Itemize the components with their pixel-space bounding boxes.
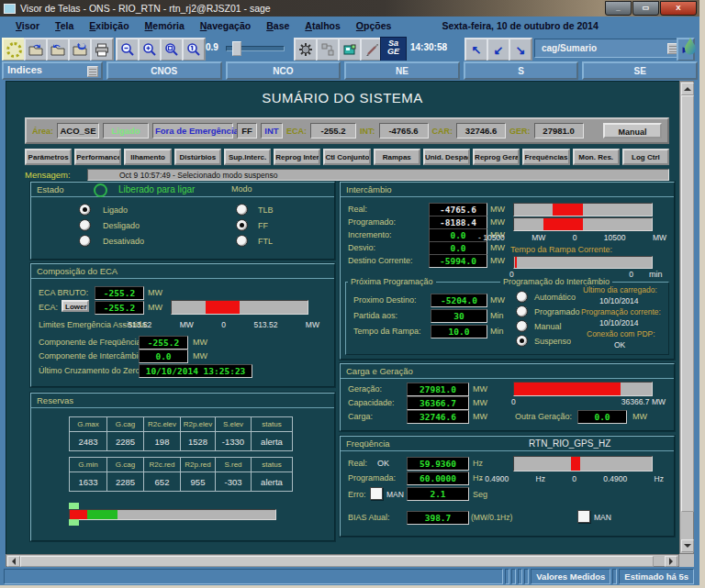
panel-reservas: Reservas G.max G.cag R2c.elev R2p.elev S… [30, 393, 335, 541]
nav-parametros[interactable]: Parâmetros [25, 149, 72, 165]
capacidade-label: Capacidade: [348, 398, 395, 407]
nav-unid-despacho[interactable]: Unid. Despacho [423, 149, 470, 165]
radio-ftl-label: FTL [258, 237, 273, 246]
radio-manual[interactable] [516, 320, 528, 332]
radio-ff[interactable] [236, 219, 248, 231]
real-bar-segment [553, 204, 583, 216]
radio-ligado[interactable] [79, 204, 91, 216]
menu-tela[interactable]: Tela [55, 20, 73, 31]
settings-button[interactable] [294, 38, 318, 61]
print-button[interactable] [90, 38, 114, 61]
zoom-one-button[interactable] [182, 38, 206, 61]
panel-frequencia: Freqüência RTN_RIO_GPS_HZ Real: OK 59.93… [340, 436, 675, 537]
detach-button[interactable] [316, 38, 340, 61]
ultimo-dia-value: 10/10/2014 [599, 296, 639, 305]
zoom-slider[interactable] [226, 46, 285, 51]
reload-screen-button[interactable] [68, 38, 92, 61]
real-unit: MW [490, 205, 505, 214]
tab-se[interactable]: SE [582, 61, 698, 80]
radio-suspenso[interactable] [516, 335, 528, 347]
tab-s[interactable]: S [464, 61, 579, 80]
erro-man-checkbox[interactable] [370, 487, 383, 500]
console-button[interactable] [338, 38, 362, 61]
indices-dropdown-icon[interactable] [87, 66, 98, 77]
nav-ctl-conjunto[interactable]: Ctl Conjunto [323, 149, 370, 165]
title-bar[interactable]: Visor de Telas - ONS - RIO_RTN - rtn_rj2… [0, 0, 699, 17]
erro-value: 2.1 [407, 487, 469, 501]
manual-button[interactable]: Manual [603, 123, 662, 139]
nav-rampas[interactable]: Rampas [374, 149, 420, 165]
menu-visor[interactable]: Visor [16, 20, 39, 31]
menu-exibicao[interactable]: Exibição [89, 20, 129, 31]
scroll-left-button[interactable] [7, 556, 20, 567]
radio-tlb[interactable] [236, 204, 248, 216]
horizontal-scrollbar[interactable] [6, 554, 679, 567]
maximize-button[interactable]: ▭ [632, 1, 659, 16]
window-icon [4, 4, 16, 14]
menu-opcoes[interactable]: Opções [356, 20, 392, 31]
intercambio-scale: - 10500 MW 0 10500 MW [478, 233, 666, 242]
console-icon [342, 43, 357, 57]
radio-programado[interactable] [516, 305, 528, 317]
indices-dropdown[interactable]: Indices [2, 61, 103, 80]
screen-selector-combo[interactable]: cag/Sumario [534, 39, 682, 58]
reserve-bar-red [70, 510, 87, 519]
zoom-slider-thumb[interactable] [232, 41, 241, 56]
menu-navegacao[interactable]: Navegação [200, 20, 251, 31]
nav-down-left-button[interactable]: ↙ [487, 38, 510, 61]
tab-ne[interactable]: NE [344, 61, 460, 80]
nav-reprog-geracao[interactable]: Reprog Geração [473, 149, 520, 165]
menu-atalhos[interactable]: Atalhos [305, 20, 341, 31]
zoom-fit-icon [164, 42, 179, 57]
nav-down-right-button[interactable]: ↘ [509, 38, 532, 61]
scroll-down-button[interactable] [681, 539, 694, 552]
nav-corner-button[interactable]: ↖ [464, 38, 488, 61]
nav-ilhamento[interactable]: Ilhamento [124, 149, 171, 165]
horizontal-scroll-thumb[interactable] [20, 556, 654, 567]
nav-button-row: Parâmetros Performance Ilhamento Distúrb… [25, 149, 669, 165]
radio-ftl[interactable] [236, 235, 248, 247]
vertical-scrollbar[interactable] [679, 81, 694, 554]
zoom-fit-button[interactable] [160, 38, 184, 61]
car-label: CAR: [432, 127, 453, 136]
nav-performance[interactable]: Performance [74, 149, 121, 165]
nav-sup-interc[interactable]: Sup.Interc. [224, 149, 271, 165]
tab-cnos[interactable]: CNOS [106, 61, 222, 80]
geracao-value: 27981.0 [407, 383, 469, 396]
zoom-out-button[interactable] [116, 38, 140, 61]
nav-frequencias[interactable]: Frequências [522, 149, 569, 165]
previous-screen-button[interactable] [46, 38, 70, 61]
bias-man-label: MAN [594, 513, 611, 522]
zoom-in-button[interactable] [138, 38, 162, 61]
menu-memoria[interactable]: Memória [145, 20, 185, 31]
capacidade-unit: MW [473, 398, 487, 407]
eca-value: -255.2 [310, 123, 356, 139]
prog-bar-segment [543, 218, 584, 230]
scroll-right-button[interactable] [665, 556, 677, 567]
radio-automatico[interactable] [516, 291, 528, 303]
radio-desligado-label: Desligado [103, 221, 140, 230]
estado-release-text: Liberado para ligar [118, 184, 195, 194]
close-button[interactable]: X [660, 1, 697, 16]
active-tool-button[interactable] [2, 38, 26, 61]
minimize-button[interactable]: _ [605, 1, 632, 16]
open-screen-button[interactable] [24, 38, 48, 61]
programacao-subpanel: Próxima Programação Programação do Inter… [345, 282, 669, 355]
scroll-up-icon [684, 83, 691, 91]
lower-button[interactable]: Lower [62, 300, 89, 312]
nav-reprog-interc[interactable]: Reprog Interc. [274, 149, 320, 165]
radio-desativado[interactable] [79, 235, 91, 247]
radio-desligado[interactable] [79, 219, 91, 231]
nav-disturbios[interactable]: Distúrbios [174, 149, 221, 165]
tab-nco[interactable]: NCO [226, 61, 341, 80]
pdp-label: Conexão com PDP: [587, 329, 655, 338]
menu-base[interactable]: Base [266, 20, 289, 31]
bias-man-checkbox[interactable] [577, 510, 590, 523]
vertical-scroll-thumb[interactable] [681, 95, 694, 512]
nav-log-ctrl[interactable]: Log Ctrl [622, 149, 669, 165]
nav-mon-res[interactable]: Mon. Res. [573, 149, 620, 165]
scrollbar-corner [679, 554, 694, 567]
geracao-bar [513, 382, 653, 396]
pdp-value: OK [614, 340, 625, 349]
scroll-up-button[interactable] [681, 83, 694, 95]
